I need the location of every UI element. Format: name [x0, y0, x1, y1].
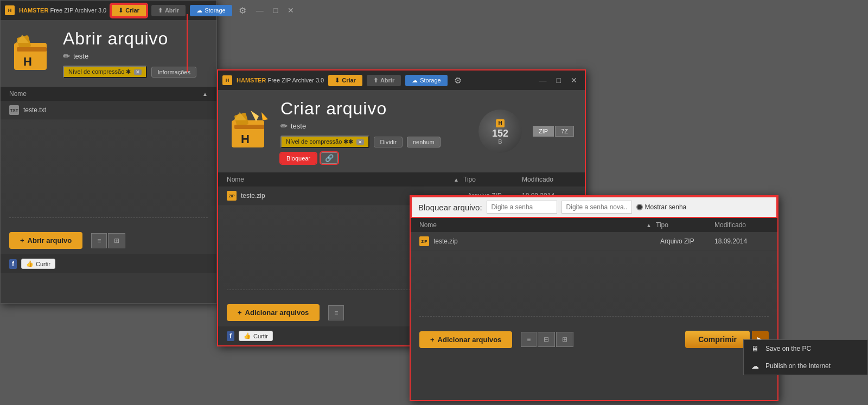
minimize-button-1[interactable]: —	[253, 5, 267, 16]
col-name-3: Nome	[419, 221, 642, 229]
maximize-button-1[interactable]: □	[270, 5, 281, 16]
bloquear-bar: Bloquear arquivo: Mostrar senha	[411, 196, 777, 218]
svg-text:H: H	[23, 55, 32, 68]
open-file-button-1[interactable]: + Abrir arquivo	[9, 232, 82, 249]
archive-preview-2: H 152 B	[478, 110, 522, 153]
grid-view-btn-3[interactable]: ⊞	[556, 332, 573, 347]
monitor-icon: 🖥	[751, 344, 760, 353]
divide-button-2[interactable]: Dividir	[374, 137, 403, 147]
col-tipo-3: Tipo	[656, 221, 710, 229]
divide-value-2: nenhum	[407, 137, 441, 147]
close-button-2[interactable]: ✕	[567, 75, 580, 86]
title-area-1: Abrir arquivo ✏ teste Nível de compressã…	[63, 29, 206, 78]
col-tipo-2: Tipo	[463, 176, 518, 183]
app-logo-1: H	[5, 5, 15, 15]
file-icon-3: ZIP	[419, 236, 429, 246]
file-tipo-3: Arquivo ZIP	[660, 237, 714, 245]
chain-icon-button-2[interactable]: 🔗	[321, 152, 338, 164]
header-2: H Criar arquivo ✏ teste Nível de compres…	[218, 90, 585, 172]
hamster-logo-2: H	[229, 110, 270, 153]
criar-button-1[interactable]: ⬇ Criar	[111, 4, 147, 17]
options-row-1: Nível de compressão ✱ ✕ Informações	[63, 66, 206, 78]
app-title-2: HAMSTER Free ZIP Archiver 3.0	[237, 77, 324, 83]
separator-3	[419, 316, 769, 325]
bloquear-button-2[interactable]: Bloquear	[280, 153, 316, 164]
titlebar-2: H HAMSTER Free ZIP Archiver 3.0 ⬇ Criar …	[218, 70, 585, 90]
senha-input[interactable]	[487, 201, 557, 214]
mostrar-senha-toggle[interactable]: Mostrar senha	[636, 203, 687, 211]
svg-marker-13	[261, 112, 268, 120]
title-area-2: Criar arquivo ✏ teste Nível de compressã…	[280, 99, 468, 164]
bloquear-title: Bloquear arquivo:	[418, 203, 482, 212]
criar-button-2[interactable]: ⬇ Criar	[328, 75, 362, 86]
file-list-header-1: Nome ▲	[1, 87, 216, 101]
file-modified-3: 18.09.2014	[714, 237, 769, 245]
view-buttons-2: ≡	[328, 305, 344, 320]
thumb-icon-1: 👍	[26, 260, 34, 267]
view-buttons-3: ≡ ⊟ ⊞	[521, 332, 573, 347]
like-button-2[interactable]: 👍 Curtir	[239, 331, 273, 341]
abrir-button-1[interactable]: ⬆ Abrir	[151, 5, 186, 16]
plus-icon-2: +	[238, 308, 242, 317]
edit-icon-2: ✏	[280, 121, 288, 131]
format-zip-2[interactable]: ZIP	[533, 126, 554, 137]
close-compression-2[interactable]: ✕	[356, 139, 364, 145]
filename-row-2: ✏ teste	[280, 121, 468, 131]
bottom-toolbar-1: + Abrir arquivo ≡ ⊞	[1, 227, 216, 254]
storage-button-2[interactable]: ☁ Storage	[405, 75, 448, 86]
thumb-icon-2: 👍	[244, 332, 251, 339]
format-7z-2[interactable]: 7Z	[555, 126, 574, 137]
abrir-button-2[interactable]: ⬆ Abrir	[367, 75, 401, 86]
info-button-1[interactable]: Informações	[151, 67, 196, 78]
svg-rect-2	[17, 47, 47, 52]
storage-button-1[interactable]: ☁ Storage	[190, 5, 232, 16]
header-1: H Abrir arquivo ✏ teste Nível de compres…	[1, 20, 216, 87]
grid-view-button-1[interactable]: ⊞	[108, 233, 125, 248]
view-buttons-1: ≡ ⊞	[91, 233, 125, 248]
filename-1: teste	[73, 52, 88, 60]
toggle-circle	[636, 204, 643, 210]
save-pc-item[interactable]: 🖥 Save on the PC	[744, 340, 867, 357]
settings-button-2[interactable]: ⚙	[452, 73, 464, 88]
nova-senha-input[interactable]	[561, 201, 632, 214]
file-row-1: TXT teste.txt	[1, 101, 216, 120]
facebook-icon-2: f	[227, 331, 234, 341]
facebook-icon-1: f	[9, 259, 17, 269]
cloud-upload-icon: ☁	[751, 362, 760, 370]
download-icon-1: ⬇	[118, 7, 123, 14]
list-view-button-1[interactable]: ≡	[91, 233, 107, 248]
close-button-1[interactable]: ✕	[284, 5, 297, 16]
compression-badge-2[interactable]: Nível de compressão ✱✱ ✕	[280, 136, 369, 148]
win-controls-1: — □ ✕	[253, 5, 297, 16]
maximize-button-2[interactable]: □	[553, 75, 564, 86]
col-name-2: Nome	[227, 176, 449, 183]
list-view-btn-3a[interactable]: ≡	[521, 332, 537, 347]
list-view-button-2[interactable]: ≡	[328, 305, 344, 320]
sort-arrow-2: ▲	[454, 177, 459, 183]
minimize-button-2[interactable]: —	[536, 75, 550, 86]
publish-internet-item[interactable]: ☁ Publish on the Internet	[744, 357, 867, 375]
file-name-1: teste.txt	[23, 106, 46, 114]
col-name-1: Nome	[9, 90, 198, 98]
svg-marker-12	[251, 111, 259, 121]
context-menu: 🖥 Save on the PC ☁ Publish on the Intern…	[743, 339, 868, 375]
edit-icon-1: ✏	[63, 51, 70, 61]
add-files-button-3[interactable]: + Adicionar arquivos	[419, 331, 512, 348]
col-modified-3: Modificado	[714, 221, 769, 229]
settings-button-1[interactable]: ⚙	[237, 3, 248, 18]
format-group-2: ZIP 7Z	[533, 126, 574, 137]
page-title-2: Criar arquivo	[280, 99, 468, 119]
svg-rect-9	[234, 125, 264, 129]
empty-area-3	[411, 251, 777, 316]
file-row-3: ZIP teste.zip Arquivo ZIP 18.09.2014	[411, 232, 777, 251]
add-files-button-2[interactable]: + Adicionar arquivos	[227, 304, 320, 321]
close-compression-1[interactable]: ✕	[134, 69, 142, 75]
compression-badge-1[interactable]: Nível de compressão ✱ ✕	[63, 66, 147, 78]
compress-button[interactable]: Comprimir	[685, 331, 750, 348]
upload-icon-2: ⬆	[373, 77, 378, 84]
options-row-2: Nível de compressão ✱✱ ✕ Dividir nenhum …	[280, 136, 468, 164]
like-button-1[interactable]: 👍 Curtir	[21, 259, 55, 269]
list-view-btn-3b[interactable]: ⊟	[538, 332, 555, 347]
separator-1	[9, 217, 208, 227]
file-list-header-2: Nome ▲ Tipo Modificado	[218, 172, 585, 187]
